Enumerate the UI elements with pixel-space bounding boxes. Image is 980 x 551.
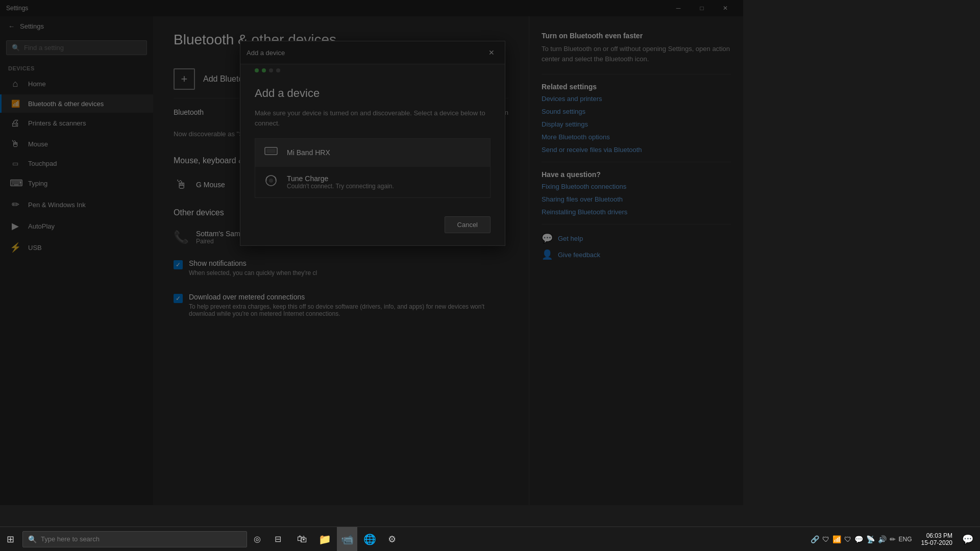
taskbar-search-input[interactable] (41, 535, 241, 543)
bluetooth-tray-icon[interactable]: 📶 (832, 535, 841, 543)
pen2-icon[interactable]: ✏ (890, 535, 896, 543)
taskbar: ⊞ 🔍 ◎ ⊟ 🛍 📁 📹 🌐 ⚙ 🔗 🛡 📶 🛡 💬 📡 🔊 ✏ ENG 06… (0, 527, 980, 551)
volume-icon[interactable]: 🔊 (878, 535, 887, 543)
taskbar-search-icon: 🔍 (28, 535, 37, 543)
taskbar-search-box[interactable]: 🔍 (22, 531, 247, 547)
taskbar-pinned-apps: 🛍 📁 📹 🌐 ⚙ (292, 527, 402, 552)
settings-icon[interactable]: ⚙ (382, 527, 402, 552)
antivirus-icon[interactable]: 🛡 (822, 535, 829, 543)
zoom-icon[interactable]: 📹 (337, 527, 357, 552)
taskbar-clock[interactable]: 06:03 PM 15-07-2020 (917, 527, 957, 552)
notification-button[interactable]: 💬 (958, 527, 978, 552)
modal-overlay (0, 0, 743, 505)
teams-icon[interactable]: 💬 (854, 535, 863, 543)
chrome-icon[interactable]: 🌐 (359, 527, 380, 552)
lang-label[interactable]: ENG (899, 536, 912, 543)
wifi-icon[interactable]: 📡 (866, 535, 875, 543)
clock-time: 06:03 PM (926, 532, 952, 539)
explorer-icon[interactable]: 📁 (314, 527, 335, 552)
taskbar-right: 🔗 🛡 📶 🛡 💬 📡 🔊 ✏ ENG 06:03 PM 15-07-2020 … (806, 527, 980, 552)
start-button[interactable]: ⊞ (0, 527, 20, 552)
antivirus2-icon[interactable]: 🛡 (844, 535, 851, 543)
task-view-button[interactable]: ⊟ (267, 527, 288, 552)
clock-date: 15-07-2020 (921, 539, 952, 546)
store-icon[interactable]: 🛍 (292, 527, 312, 552)
cortana-button[interactable]: ◎ (247, 527, 267, 552)
taskbar-system-icons: 🔗 🛡 📶 🛡 💬 📡 🔊 ✏ ENG (806, 527, 916, 552)
network-icon[interactable]: 🔗 (811, 535, 819, 543)
